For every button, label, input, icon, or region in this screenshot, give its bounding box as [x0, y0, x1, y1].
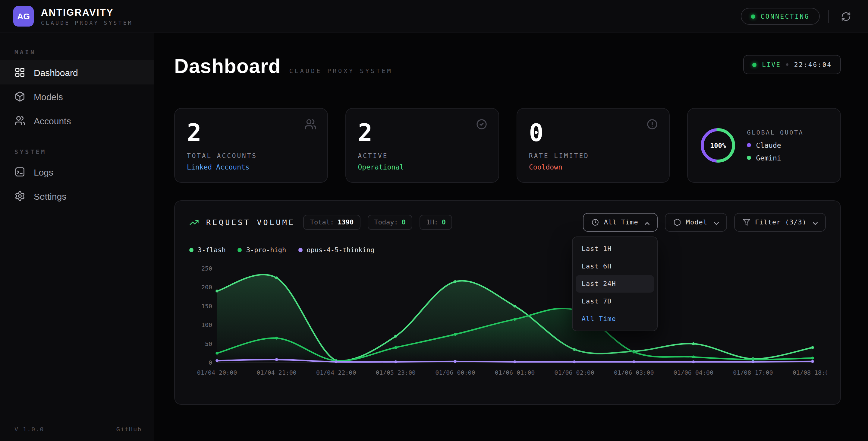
cube-icon	[673, 218, 681, 226]
claude-dot-icon	[747, 143, 751, 147]
app-logo: AG	[13, 6, 34, 27]
separator-dot-icon	[786, 63, 789, 66]
stat-card-rate-limited: 0 RATE LIMITED Cooldown	[516, 108, 670, 183]
gear-icon	[14, 190, 25, 202]
svg-text:50: 50	[205, 340, 212, 348]
funnel-icon	[742, 218, 750, 226]
sidebar-section-main: MAIN	[14, 49, 154, 56]
live-status-badge: LIVE 22:46:04	[743, 55, 841, 74]
legend-item-3-flash[interactable]: 3-flash	[189, 246, 226, 254]
quota-ring: 100%	[699, 126, 738, 165]
stat-card-global-quota: 100% GLOBAL QUOTA Claude Gemini	[687, 108, 841, 183]
sidebar-item-accounts[interactable]: Accounts	[0, 109, 154, 133]
series-dot-icon	[298, 248, 302, 252]
live-clock: 22:46:04	[794, 61, 832, 68]
alert-circle-icon	[647, 118, 658, 130]
sidebar-item-label: Settings	[34, 191, 66, 201]
chevron-down-icon	[811, 219, 817, 225]
chevron-down-icon	[712, 219, 718, 225]
live-label: LIVE	[762, 61, 781, 68]
time-range-dropdown: Last 1H Last 6H Last 24H Last 7D All Tim…	[572, 236, 658, 331]
dropdown-item-all-time[interactable]: All Time	[576, 310, 654, 328]
cube-icon	[14, 91, 25, 102]
svg-text:250: 250	[201, 265, 212, 272]
svg-text:01/06 00:00: 01/06 00:00	[435, 369, 475, 376]
sidebar-item-label: Dashboard	[34, 67, 78, 78]
quota-legend-gemini: Gemini	[747, 153, 804, 162]
terminal-icon	[14, 167, 25, 177]
svg-text:01/05 23:00: 01/05 23:00	[376, 369, 415, 376]
badge-1h: 1H: 0	[420, 215, 453, 230]
svg-text:01/06 01:00: 01/06 01:00	[495, 369, 535, 376]
stat-value: 2	[187, 119, 315, 146]
svg-text:01/04 20:00: 01/04 20:00	[197, 369, 237, 376]
dropdown-item-last-7d[interactable]: Last 7D	[576, 293, 654, 310]
svg-text:01/06 03:00: 01/06 03:00	[614, 369, 654, 376]
badge-total: Total: 1390	[304, 215, 361, 230]
sidebar-item-label: Accounts	[34, 116, 71, 126]
quota-percent: 100%	[699, 126, 738, 165]
svg-text:01/06 02:00: 01/06 02:00	[554, 369, 594, 376]
check-circle-icon	[475, 118, 487, 130]
connection-status-label: CONNECTING	[761, 13, 809, 20]
quota-label: GLOBAL QUOTA	[747, 129, 804, 136]
stat-sub: Cooldown	[529, 163, 657, 171]
series-dot-icon	[238, 248, 242, 252]
stat-label: RATE LIMITED	[529, 152, 657, 159]
trending-up-icon	[189, 217, 199, 227]
dropdown-item-last-1h[interactable]: Last 1H	[576, 240, 654, 258]
stat-value: 2	[358, 119, 487, 146]
request-volume-chart: 05010015020025001/04 20:0001/04 21:0001/…	[189, 262, 826, 381]
page-title: Dashboard	[174, 55, 281, 78]
users-icon	[14, 115, 25, 126]
svg-text:150: 150	[201, 302, 212, 310]
sidebar-item-models[interactable]: Models	[0, 85, 154, 109]
request-volume-card: REQUEST VOLUME Total: 1390 Today: 0 1H: …	[174, 200, 841, 405]
sidebar-section-system: SYSTEM	[14, 148, 154, 155]
github-link[interactable]: GitHub	[116, 426, 142, 433]
quota-legend-claude: Claude	[747, 141, 804, 149]
stat-value: 0	[529, 119, 657, 146]
svg-text:01/04 21:00: 01/04 21:00	[256, 369, 296, 376]
brand: AG ANTIGRAVITY CLAUDE PROXY SYSTEM	[13, 6, 133, 27]
app-header: AG ANTIGRAVITY CLAUDE PROXY SYSTEM CONNE…	[0, 0, 868, 33]
series-dot-icon	[189, 248, 193, 252]
sidebar-item-dashboard[interactable]: Dashboard	[0, 60, 154, 85]
page-subtitle: CLAUDE PROXY SYSTEM	[289, 67, 393, 74]
clock-icon	[591, 218, 599, 226]
stat-card-active: 2 ACTIVE Operational	[345, 108, 499, 183]
svg-text:0: 0	[209, 359, 212, 366]
sidebar-item-logs[interactable]: Logs	[0, 160, 154, 184]
stat-card-total-accounts: 2 TOTAL ACCOUNTS Linked Accounts	[174, 108, 328, 183]
filter-button[interactable]: Filter (3/3)	[734, 213, 826, 232]
app-title: ANTIGRAVITY	[41, 7, 133, 18]
svg-text:100: 100	[201, 321, 212, 328]
dropdown-item-last-24h[interactable]: Last 24H	[576, 275, 654, 293]
connection-status-badge: CONNECTING	[741, 8, 820, 25]
svg-text:01/04 22:00: 01/04 22:00	[316, 369, 356, 376]
refresh-icon	[841, 11, 851, 22]
model-filter-button[interactable]: Model	[665, 213, 727, 232]
sidebar-item-settings[interactable]: Settings	[0, 184, 154, 208]
dropdown-item-last-6h[interactable]: Last 6H	[576, 258, 654, 275]
sidebar-item-label: Logs	[34, 167, 53, 177]
stat-label: TOTAL ACCOUNTS	[187, 152, 315, 159]
app-version: V 1.0.0	[14, 426, 44, 433]
chart-legend: 3-flash 3-pro-high opus-4-5-thinking	[189, 246, 826, 254]
legend-item-3-pro-high[interactable]: 3-pro-high	[238, 246, 286, 254]
svg-text:200: 200	[201, 284, 212, 291]
sidebar-item-label: Models	[34, 91, 63, 102]
app-window: AG ANTIGRAVITY CLAUDE PROXY SYSTEM CONNE…	[0, 0, 868, 441]
header-divider	[828, 10, 829, 23]
main-content: Dashboard CLAUDE PROXY SYSTEM LIVE 22:46…	[154, 33, 868, 441]
time-range-button[interactable]: All Time	[583, 213, 658, 232]
stat-label: ACTIVE	[358, 152, 487, 159]
chart-title: REQUEST VOLUME	[206, 218, 295, 227]
refresh-button[interactable]	[837, 7, 855, 25]
stat-sub: Linked Accounts	[187, 163, 315, 171]
users-icon	[304, 118, 316, 130]
badge-today: Today: 0	[367, 215, 412, 230]
svg-text:01/08 17:00: 01/08 17:00	[733, 369, 773, 376]
sidebar: MAIN Dashboard Models Accounts	[0, 33, 154, 441]
legend-item-opus-4-5-thinking[interactable]: opus-4-5-thinking	[298, 246, 374, 254]
